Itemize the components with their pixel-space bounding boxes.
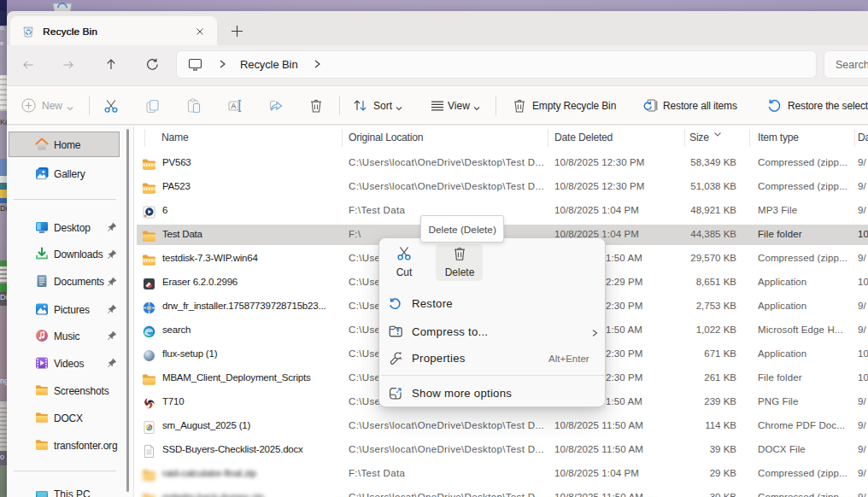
svg-text:A: A [231,102,236,110]
